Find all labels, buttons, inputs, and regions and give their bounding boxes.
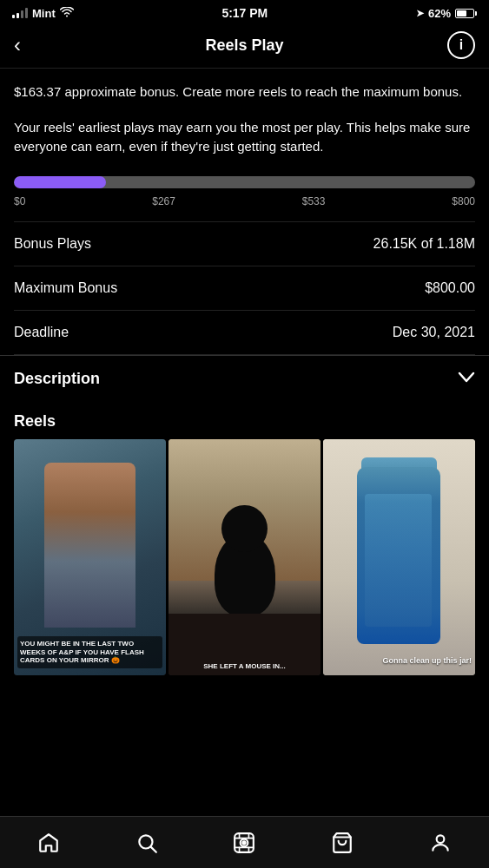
- svg-point-11: [436, 835, 444, 843]
- reels-grid: YOU MIGHT BE IN THE LAST TWO WEEKS OF A&…: [14, 439, 475, 675]
- wifi-icon: [60, 7, 74, 20]
- stats-section: Bonus Plays 26.15K of 1.18M Maximum Bonu…: [14, 221, 475, 355]
- progress-label-3: $800: [452, 195, 475, 207]
- stat-row-deadline: Deadline Dec 30, 2021: [14, 311, 475, 355]
- svg-point-4: [243, 841, 246, 844]
- stat-label-max-bonus: Maximum Bonus: [14, 280, 117, 296]
- reels-icon: [233, 832, 255, 854]
- progress-bar-fill: [14, 176, 106, 188]
- progress-bar-container: [14, 176, 475, 188]
- battery-icon: [455, 9, 477, 18]
- chevron-down-icon: [458, 370, 475, 388]
- progress-label-0: $0: [14, 195, 25, 207]
- progress-section: $0 $267 $533 $800: [14, 176, 475, 207]
- progress-labels: $0 $267 $533 $800: [14, 195, 475, 207]
- battery-percent: 62%: [428, 7, 451, 20]
- nav-profile[interactable]: [422, 828, 459, 858]
- main-content: $163.37 approximate bonus. Create more r…: [0, 69, 489, 355]
- reel-1-caption: YOU MIGHT BE IN THE LAST TWO WEEKS OF A&…: [17, 636, 162, 668]
- profile-icon: [429, 832, 452, 854]
- stat-row-bonus-plays: Bonus Plays 26.15K of 1.18M: [14, 222, 475, 266]
- body-text: Your reels' earliest plays may earn you …: [14, 118, 475, 157]
- reel-item-3[interactable]: Gonna clean up this jar!: [323, 439, 475, 675]
- progress-label-1: $267: [152, 195, 175, 207]
- carrier-label: Mint: [32, 7, 56, 20]
- location-icon: ➤: [416, 8, 424, 19]
- svg-line-1: [151, 846, 156, 852]
- header: ‹ Reels Play i: [0, 24, 489, 69]
- reels-header: Reels: [14, 412, 475, 431]
- status-right: ➤ 62%: [416, 7, 477, 20]
- reels-section: Reels YOU MIGHT BE IN THE LAST TWO WEEKS…: [0, 402, 489, 682]
- reel-item-2[interactable]: SHE LEFT A MOUSE IN...: [169, 439, 320, 675]
- shop-icon: [331, 832, 354, 854]
- description-section[interactable]: Description: [0, 355, 489, 402]
- reel-3-caption: Gonna clean up this jar!: [382, 656, 472, 667]
- nav-home[interactable]: [30, 828, 67, 858]
- nav-search[interactable]: [129, 828, 165, 858]
- search-icon: [135, 832, 158, 854]
- reel-item-1[interactable]: YOU MIGHT BE IN THE LAST TWO WEEKS OF A&…: [14, 439, 166, 675]
- status-left: Mint: [12, 7, 74, 20]
- stat-label-bonus-plays: Bonus Plays: [14, 236, 91, 252]
- bottom-nav: [0, 816, 489, 868]
- info-button[interactable]: i: [447, 31, 475, 59]
- status-time: 5:17 PM: [221, 6, 268, 20]
- stat-value-deadline: Dec 30, 2021: [393, 325, 475, 340]
- stat-value-max-bonus: $800.00: [425, 280, 475, 296]
- back-button[interactable]: ‹: [14, 33, 42, 57]
- reel-2-caption: SHE LEFT A MOUSE IN...: [172, 662, 317, 670]
- intro-text: $163.37 approximate bonus. Create more r…: [14, 82, 475, 102]
- status-bar: Mint 5:17 PM ➤ 62%: [0, 0, 489, 24]
- stat-label-deadline: Deadline: [14, 325, 69, 340]
- signal-icon: [12, 8, 28, 18]
- home-icon: [37, 832, 60, 854]
- stat-row-max-bonus: Maximum Bonus $800.00: [14, 266, 475, 311]
- page-title: Reels Play: [42, 36, 447, 55]
- description-label: Description: [14, 370, 100, 388]
- nav-shop[interactable]: [324, 828, 360, 858]
- nav-reels[interactable]: [226, 828, 262, 858]
- stat-value-bonus-plays: 26.15K of 1.18M: [373, 236, 475, 252]
- progress-label-2: $533: [302, 195, 326, 207]
